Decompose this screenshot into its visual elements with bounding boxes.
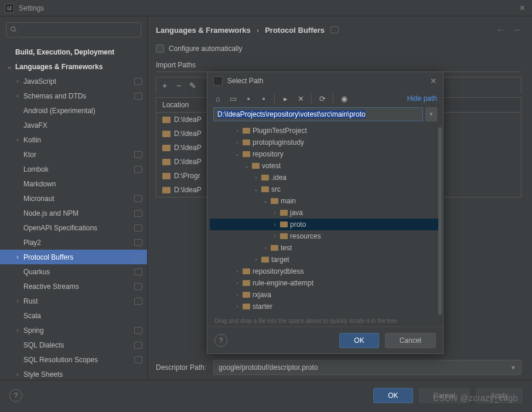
chevron-icon: › xyxy=(14,298,21,304)
sidebar-item[interactable]: Scala xyxy=(0,308,147,323)
file-tree-item[interactable]: ›starter xyxy=(210,301,441,312)
sidebar-item[interactable]: Android (Experimental) xyxy=(0,103,147,118)
path-input[interactable]: D:\IdeaProjects\repository\votest\src\ma… xyxy=(213,107,423,121)
scrollbar[interactable] xyxy=(438,127,442,315)
file-tree-item[interactable]: ›rxjava xyxy=(210,289,441,301)
chevron-icon: › xyxy=(14,78,21,84)
descriptor-path-label: Descriptor Path: xyxy=(156,363,206,372)
delete-icon[interactable]: ✕ xyxy=(296,94,305,103)
chevron-icon: › xyxy=(234,292,240,298)
sidebar-item-label: Markdown xyxy=(23,180,142,188)
file-tree-item[interactable]: ›target xyxy=(210,254,441,265)
history-dropdown-icon[interactable]: ▼ xyxy=(425,107,437,121)
new-folder-icon[interactable]: ▸ xyxy=(281,94,290,103)
sidebar-item[interactable]: ›Protocol Buffers xyxy=(0,250,147,264)
folder-icon xyxy=(162,173,170,179)
show-hidden-icon[interactable]: ◉ xyxy=(339,94,349,103)
desktop-icon[interactable]: ▭ xyxy=(229,94,238,103)
home-icon[interactable]: ⌂ xyxy=(213,94,223,103)
file-tree-label: repository xyxy=(253,150,284,158)
chevron-down-icon[interactable]: ▼ xyxy=(510,365,516,371)
sidebar-item[interactable]: Reactive Streams xyxy=(0,279,147,294)
folder-icon xyxy=(261,186,269,192)
file-tree-item[interactable]: ⌄repository xyxy=(210,148,441,160)
sidebar-item[interactable]: SQL Dialects xyxy=(0,338,147,352)
edit-button[interactable]: ✎ xyxy=(187,80,199,91)
file-tree-label: src xyxy=(271,185,281,193)
scope-tag-icon xyxy=(134,239,142,246)
ok-button[interactable]: OK xyxy=(373,388,412,403)
folder-icon xyxy=(271,245,278,251)
close-icon[interactable]: ✕ xyxy=(430,76,437,86)
sidebar-item[interactable]: ›Kotlin xyxy=(0,132,147,147)
file-tree-item[interactable]: ⌄votest xyxy=(210,160,441,172)
descriptor-path-input[interactable]: google/protobuf/descriptor.proto ▼ xyxy=(213,360,521,375)
checkbox-icon[interactable] xyxy=(156,45,164,53)
file-tree-item[interactable]: ›rule-engine-attempt xyxy=(210,277,441,289)
file-tree-item[interactable]: ›.idea xyxy=(210,172,441,183)
file-tree-item[interactable]: ›proto xyxy=(210,219,441,230)
sidebar-item[interactable]: ›Schemas and DTDs xyxy=(0,88,147,103)
sidebar-item[interactable]: Play2 xyxy=(0,235,147,250)
folder-icon xyxy=(243,139,250,145)
hide-path-link[interactable]: Hide path xyxy=(407,94,437,103)
configure-auto-label: Configure automatically xyxy=(169,45,242,53)
sidebar-item[interactable]: SQL Resolution Scopes xyxy=(0,352,147,367)
apply-button[interactable]: Apply xyxy=(476,388,523,403)
sidebar-item[interactable]: Quarkus xyxy=(0,264,147,279)
folder-icon xyxy=(162,117,170,123)
sidebar-item[interactable]: ›JavaScript xyxy=(0,74,147,88)
chevron-icon: ⌄ xyxy=(234,151,240,157)
help-button[interactable]: ? xyxy=(9,389,22,402)
configure-auto-row[interactable]: Configure automatically xyxy=(156,45,521,53)
help-button[interactable]: ? xyxy=(214,334,227,347)
folder-icon xyxy=(261,257,269,263)
file-tree[interactable]: ›PluginTestProject›protopluginstudy⌄repo… xyxy=(207,125,443,315)
scope-tag-icon xyxy=(134,283,142,290)
file-tree-item[interactable]: ›TwentvThousandAMonth xyxy=(210,312,441,315)
search-input[interactable] xyxy=(22,26,137,35)
search-box[interactable] xyxy=(6,22,141,38)
project-icon[interactable]: ▪ xyxy=(244,94,253,103)
file-tree-item[interactable]: ›repositorydbless xyxy=(210,265,441,277)
chevron-icon: ⌄ xyxy=(253,186,259,192)
sidebar-item-label: Reactive Streams xyxy=(23,282,134,291)
chevron-icon: ⌄ xyxy=(262,198,268,204)
sidebar-item[interactable]: ⌄Languages & Frameworks xyxy=(0,59,147,74)
refresh-icon[interactable]: ⟳ xyxy=(318,94,327,103)
add-button[interactable]: + xyxy=(159,80,170,91)
cancel-button[interactable]: Cancel xyxy=(419,388,470,403)
sidebar-item[interactable]: Micronaut xyxy=(0,191,147,206)
sidebar-item[interactable]: Build, Execution, Deployment xyxy=(0,45,147,59)
sidebar-item[interactable]: JavaFX xyxy=(0,118,147,132)
file-tree-item[interactable]: ⌄src xyxy=(210,183,441,195)
file-tree-item[interactable]: ›resources xyxy=(210,230,441,242)
forward-icon[interactable]: → xyxy=(512,25,521,35)
file-tree-item[interactable]: ›test xyxy=(210,242,441,254)
back-icon[interactable]: ← xyxy=(496,25,505,35)
file-tree-item[interactable]: ›protopluginstudy xyxy=(210,137,441,148)
dialog-toolbar: ⌂ ▭ ▪ ▪ ▸ ✕ ⟳ ◉ Hide path xyxy=(207,90,443,107)
sidebar-item[interactable]: ›Style Sheets xyxy=(0,367,147,380)
file-tree-item[interactable]: ›PluginTestProject xyxy=(210,125,441,137)
remove-button[interactable]: − xyxy=(173,80,185,91)
sidebar-item[interactable]: ›Spring xyxy=(0,323,147,338)
module-icon[interactable]: ▪ xyxy=(259,94,268,103)
sidebar-item[interactable]: Lombok xyxy=(0,162,147,176)
sidebar-item[interactable]: Markdown xyxy=(0,176,147,191)
breadcrumb-parent[interactable]: Languages & Frameworks xyxy=(156,26,251,35)
dialog-ok-button[interactable]: OK xyxy=(339,333,378,348)
close-icon[interactable]: × xyxy=(517,3,527,13)
chevron-icon: › xyxy=(272,222,278,227)
file-tree-item[interactable]: ›java xyxy=(210,207,441,219)
file-tree-item[interactable]: ⌄main xyxy=(210,195,441,207)
scope-tag-icon xyxy=(134,356,142,363)
select-path-dialog: Select Path ✕ ⌂ ▭ ▪ ▪ ▸ ✕ ⟳ ◉ Hide path … xyxy=(207,71,444,354)
sidebar-item[interactable]: OpenAPI Specifications xyxy=(0,220,147,235)
sidebar-item[interactable]: Node.js and NPM xyxy=(0,206,147,220)
dialog-cancel-button[interactable]: Cancel xyxy=(385,333,436,348)
sidebar-item[interactable]: ›Rust xyxy=(0,294,147,308)
sidebar-item[interactable]: Ktor xyxy=(0,147,147,162)
file-tree-label: rxjava xyxy=(253,291,271,299)
app-icon: IJ xyxy=(5,4,14,13)
